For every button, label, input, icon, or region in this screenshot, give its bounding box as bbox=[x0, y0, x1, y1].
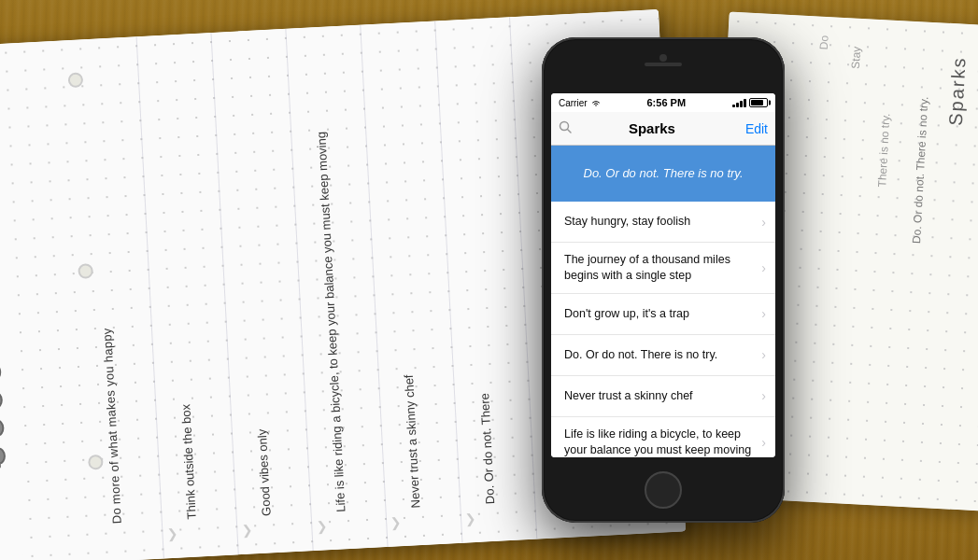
status-left: Carrier bbox=[559, 98, 601, 108]
quote-item-text: Stay hungry, stay foolish bbox=[564, 214, 758, 230]
list-item[interactable]: Never trust a skinny chef › bbox=[551, 376, 775, 417]
list-item[interactable]: Stay hungry, stay foolish › bbox=[551, 202, 775, 243]
col-line-6 bbox=[509, 17, 537, 539]
nav-title: Sparks bbox=[564, 120, 740, 136]
status-time: 6:56 PM bbox=[646, 97, 686, 108]
edit-button[interactable]: Edit bbox=[745, 121, 768, 136]
col-line-1 bbox=[136, 36, 164, 558]
notebook-quote-2: Think outside the box bbox=[178, 404, 198, 520]
chevron-icon: › bbox=[761, 215, 766, 230]
list-item[interactable]: Do. Or do not. There is no try. › bbox=[551, 335, 775, 376]
home-button[interactable] bbox=[645, 471, 682, 509]
quote-item-text: Do. Or do not. There is no try. bbox=[564, 347, 758, 363]
signal-bar-1 bbox=[732, 105, 735, 107]
quote-item-text: Never trust a skinny chef bbox=[564, 388, 758, 404]
quote-item-text: Don't grow up, it's a trap bbox=[564, 306, 758, 322]
chevron-icon: › bbox=[761, 388, 766, 403]
signal-bar-4 bbox=[744, 99, 746, 107]
quote-list[interactable]: Stay hungry, stay foolish › The journey … bbox=[551, 202, 775, 457]
chevron-icon: › bbox=[761, 260, 766, 275]
status-bar: Carrier 6:56 PM bbox=[551, 93, 775, 112]
page-hole-3 bbox=[88, 455, 104, 470]
arrow-2: ❯ bbox=[241, 522, 253, 538]
col-line-5 bbox=[434, 21, 462, 543]
arrow-4: ❯ bbox=[390, 514, 403, 530]
col-line-2 bbox=[210, 33, 238, 554]
search-bar[interactable]: Sparks Edit bbox=[551, 112, 775, 146]
phone-speaker bbox=[645, 63, 682, 66]
spiral-hole-13 bbox=[0, 391, 3, 409]
notebook-back-appname: Sparks bbox=[945, 56, 971, 126]
arrow-3: ❯ bbox=[316, 518, 328, 534]
featured-quote-text: Do. Or do not. There is no try. bbox=[584, 165, 744, 182]
notebook-quote-3: Good vibes only bbox=[255, 428, 274, 516]
battery-fill bbox=[751, 100, 764, 105]
notebook-quote-5: Never trust a skinny chef bbox=[402, 374, 422, 509]
list-item[interactable]: Life is like riding a bicycle, to keep y… bbox=[551, 417, 775, 457]
notebook-back-tagline: Do bbox=[817, 35, 831, 50]
chevron-icon: › bbox=[761, 306, 766, 321]
phone: Carrier 6:56 PM bbox=[542, 37, 785, 523]
notebook-quote-1: Do more of what makes you happy bbox=[100, 328, 124, 525]
signal-bars bbox=[732, 99, 746, 107]
col-line-3 bbox=[285, 29, 313, 551]
list-item[interactable]: Don't grow up, it's a trap › bbox=[551, 294, 775, 335]
list-item[interactable]: The journey of a thousand miles begins w… bbox=[551, 243, 775, 294]
phone-screen: Carrier 6:56 PM bbox=[551, 93, 775, 457]
quote-item-text: The journey of a thousand miles begins w… bbox=[564, 252, 758, 284]
notebook-quote-6: Do. Or do not. There bbox=[477, 393, 497, 505]
signal-bar-2 bbox=[736, 103, 739, 107]
quote-item-text: Life is like riding a bicycle, to keep y… bbox=[564, 427, 758, 457]
spiral-hole-15 bbox=[0, 447, 6, 465]
spiral-hole-14 bbox=[0, 419, 5, 437]
spiral-hole-12 bbox=[0, 363, 2, 381]
notebook-quote-4: Life is like riding a bicycle, to keep y… bbox=[314, 131, 347, 512]
carrier-label: Carrier bbox=[559, 98, 588, 108]
page-hole-2 bbox=[78, 263, 93, 279]
arrow-1: ❯ bbox=[166, 526, 178, 542]
featured-quote-block: Do. Or do not. There is no try. bbox=[551, 146, 775, 202]
phone-camera bbox=[659, 54, 667, 62]
col-line-4 bbox=[360, 25, 388, 547]
chevron-icon: › bbox=[761, 435, 766, 450]
battery-icon bbox=[749, 98, 768, 107]
chevron-icon: › bbox=[761, 347, 766, 362]
wifi-icon bbox=[591, 99, 601, 106]
arrow-5: ❯ bbox=[465, 511, 477, 526]
page-hole-1 bbox=[68, 72, 84, 88]
status-right bbox=[732, 98, 768, 107]
signal-bar-3 bbox=[740, 101, 743, 107]
notebook-back-quote2: Stay bbox=[849, 46, 863, 69]
